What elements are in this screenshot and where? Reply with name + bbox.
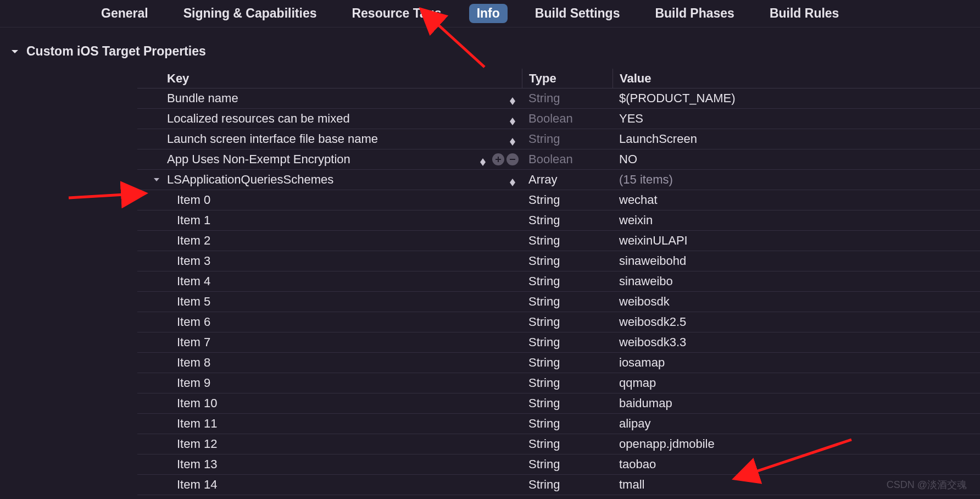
add-button[interactable]	[492, 153, 504, 165]
key-cell[interactable]: Item 12	[137, 437, 522, 451]
value-text: weixin	[619, 213, 653, 228]
key-cell[interactable]: Item 14	[137, 478, 522, 492]
tab-signing-capabilities[interactable]: Signing & Capabilities	[176, 4, 325, 23]
value-cell[interactable]: sinaweibo	[612, 274, 980, 289]
type-cell: Boolean	[522, 112, 612, 126]
tab-build-phases[interactable]: Build Phases	[647, 4, 742, 23]
key-cell[interactable]: Launch screen interface file base name	[137, 131, 522, 148]
tab-build-settings[interactable]: Build Settings	[527, 4, 628, 23]
table-row[interactable]: Item 13 String taobao	[137, 454, 980, 475]
value-cell[interactable]: weibosdk	[612, 295, 980, 309]
key-cell[interactable]: LSApplicationQueriesSchemes	[137, 171, 522, 188]
section-header[interactable]: Custom iOS Target Properties	[0, 27, 980, 69]
annotation-arrow	[66, 181, 148, 207]
value-cell[interactable]: openapp.jdmobile	[612, 437, 980, 451]
table-row[interactable]: Item 0 String wechat	[137, 190, 980, 210]
key-cell[interactable]: Item 11	[137, 417, 522, 431]
remove-button[interactable]	[506, 153, 519, 165]
stepper-icon[interactable]	[508, 95, 517, 107]
value-cell[interactable]: YES	[612, 112, 980, 126]
key-cell[interactable]: Item 1	[137, 213, 522, 228]
type-cell: String	[522, 91, 612, 106]
table-header: Key Type Value	[137, 69, 980, 88]
key-cell[interactable]: Item 5	[137, 295, 522, 309]
value-cell[interactable]: wechat	[612, 193, 980, 207]
key-text: Item 4	[177, 274, 210, 289]
table-row[interactable]: Item 2 String weixinULAPI	[137, 231, 980, 251]
key-cell[interactable]: Item 2	[137, 234, 522, 248]
key-cell[interactable]: Item 3	[137, 254, 522, 268]
key-cell[interactable]: Item 9	[137, 376, 522, 390]
table-row[interactable]: Item 8 String iosamap	[137, 353, 980, 373]
chevron-down-icon[interactable]	[152, 176, 162, 184]
key-cell[interactable]: Item 8	[137, 356, 522, 370]
type-cell: Array	[522, 173, 612, 187]
table-row[interactable]: Item 14 String tmall	[137, 475, 980, 495]
value-cell[interactable]: sinaweibohd	[612, 254, 980, 268]
key-cell[interactable]: Item 6	[137, 315, 522, 329]
table-row[interactable]: Item 9 String qqmap	[137, 373, 980, 393]
tab-general[interactable]: General	[93, 4, 156, 23]
table-row[interactable]: App Uses Non-Exempt Encryption Boolean N…	[137, 149, 980, 170]
stepper-icon[interactable]	[508, 136, 517, 148]
value-cell[interactable]: weibosdk2.5	[612, 315, 980, 329]
value-cell[interactable]: weibosdk3.3	[612, 335, 980, 350]
add-remove-buttons	[492, 153, 519, 165]
tab-resource-tags[interactable]: Resource Tags	[344, 4, 449, 23]
tab-info[interactable]: Info	[469, 4, 508, 23]
table-row[interactable]: Bundle name String $(PRODUCT_NAME)	[137, 88, 980, 109]
table-row[interactable]: LSApplicationQueriesSchemes Array (15 it…	[137, 170, 980, 190]
value-cell[interactable]: LaunchScreen	[612, 132, 980, 146]
value-text: sinaweibohd	[619, 254, 686, 268]
type-cell: String	[522, 234, 612, 248]
value-text: YES	[619, 112, 643, 126]
stepper-icon[interactable]	[508, 176, 517, 188]
table-row[interactable]: Item 12 String openapp.jdmobile	[137, 434, 980, 454]
table-row[interactable]: Launch screen interface file base name S…	[137, 129, 980, 149]
table-row[interactable]: Item 1 String weixin	[137, 210, 980, 231]
value-cell[interactable]: (15 items)	[612, 173, 980, 187]
value-cell[interactable]: qqmap	[612, 376, 980, 390]
value-cell[interactable]: weixin	[612, 213, 980, 228]
key-cell[interactable]: Item 0	[137, 193, 522, 207]
table-row[interactable]: Item 6 String weibosdk2.5	[137, 312, 980, 332]
table-row[interactable]: Item 11 String alipay	[137, 414, 980, 434]
table-row[interactable]: Localized resources can be mixed Boolean…	[137, 109, 980, 129]
type-cell: String	[522, 457, 612, 472]
key-cell[interactable]: Item 7	[137, 335, 522, 350]
tab-build-rules[interactable]: Build Rules	[762, 4, 847, 23]
table-row[interactable]: Item 7 String weibosdk3.3	[137, 332, 980, 353]
type-cell: String	[522, 213, 612, 228]
table-row[interactable]: Item 5 String weibosdk	[137, 292, 980, 312]
value-cell[interactable]: NO	[612, 152, 980, 167]
type-cell: String	[522, 254, 612, 268]
value-cell[interactable]: baidumap	[612, 396, 980, 411]
key-cell[interactable]: Item 10	[137, 396, 522, 411]
column-key[interactable]: Key	[137, 71, 522, 86]
value-text: openapp.jdmobile	[619, 437, 715, 451]
type-cell: String	[522, 132, 612, 146]
value-cell[interactable]: iosamap	[612, 356, 980, 370]
key-cell[interactable]: Bundle name	[137, 90, 522, 107]
table-row[interactable]: Item 10 String baidumap	[137, 393, 980, 414]
stepper-icon[interactable]	[508, 115, 517, 127]
value-text: taobao	[619, 457, 656, 472]
key-cell[interactable]: Localized resources can be mixed	[137, 110, 522, 127]
value-cell[interactable]: alipay	[612, 417, 980, 431]
svg-rect-2	[510, 159, 515, 160]
value-cell[interactable]: weixinULAPI	[612, 234, 980, 248]
table-row[interactable]: Item 3 String sinaweibohd	[137, 251, 980, 271]
key-text: Item 3	[177, 254, 210, 268]
column-value[interactable]: Value	[612, 69, 980, 88]
value-text: $(PRODUCT_NAME)	[619, 91, 735, 106]
value-cell[interactable]: taobao	[612, 457, 980, 472]
stepper-icon[interactable]	[478, 156, 488, 168]
key-text: Item 11	[177, 417, 217, 431]
key-cell[interactable]: Item 13	[137, 457, 522, 472]
key-cell[interactable]: App Uses Non-Exempt Encryption	[137, 151, 522, 168]
column-type[interactable]: Type	[522, 69, 612, 88]
value-cell[interactable]: $(PRODUCT_NAME)	[612, 91, 980, 106]
table-row[interactable]: Item 4 String sinaweibo	[137, 271, 980, 292]
key-text: Item 6	[177, 315, 210, 329]
key-cell[interactable]: Item 4	[137, 274, 522, 289]
